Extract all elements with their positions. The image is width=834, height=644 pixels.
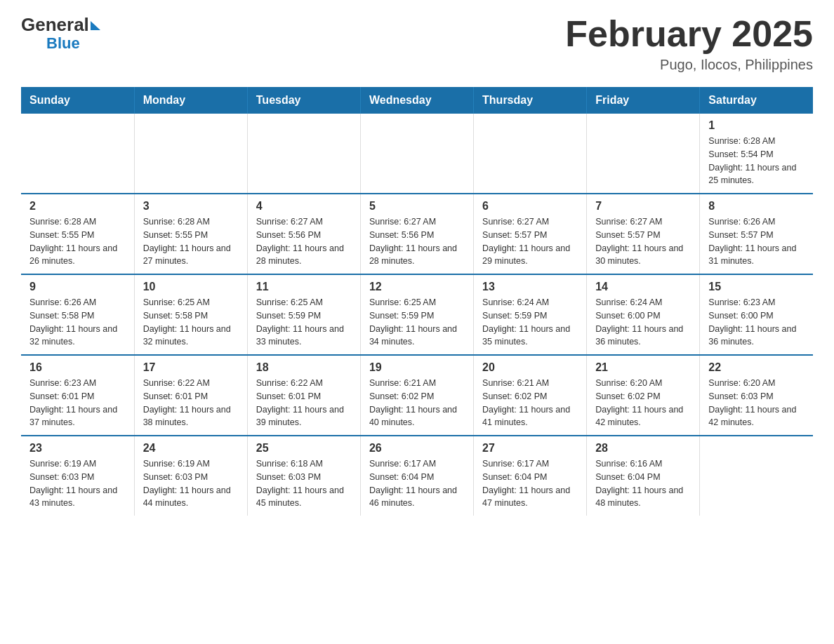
day-info: Sunrise: 6:23 AM Sunset: 6:01 PM Dayligh… [29, 377, 126, 429]
day-info: Sunrise: 6:25 AM Sunset: 5:58 PM Dayligh… [143, 296, 239, 349]
day-number: 4 [256, 200, 352, 213]
day-info: Sunrise: 6:19 AM Sunset: 6:03 PM Dayligh… [143, 457, 239, 510]
calendar-cell: 11Sunrise: 6:25 AM Sunset: 5:59 PM Dayli… [247, 274, 360, 355]
calendar-subtitle: Pugo, Ilocos, Philippines [565, 57, 813, 73]
calendar-cell: 7Sunrise: 6:27 AM Sunset: 5:57 PM Daylig… [587, 194, 700, 274]
day-number: 9 [29, 281, 126, 293]
day-info: Sunrise: 6:22 AM Sunset: 6:01 PM Dayligh… [143, 377, 239, 429]
col-sunday: Sunday [21, 87, 134, 114]
col-monday: Monday [134, 87, 247, 114]
day-info: Sunrise: 6:26 AM Sunset: 5:58 PM Dayligh… [29, 296, 126, 349]
calendar-cell: 26Sunrise: 6:17 AM Sunset: 6:04 PM Dayli… [360, 436, 473, 516]
calendar-cell [21, 114, 134, 194]
calendar-cell: 1Sunrise: 6:28 AM Sunset: 5:54 PM Daylig… [700, 114, 813, 194]
calendar-header-row: Sunday Monday Tuesday Wednesday Thursday… [21, 87, 813, 114]
day-info: Sunrise: 6:27 AM Sunset: 5:57 PM Dayligh… [595, 215, 691, 268]
logo-arrow-icon [91, 21, 100, 30]
calendar-week-row: 2Sunrise: 6:28 AM Sunset: 5:55 PM Daylig… [21, 194, 813, 274]
day-number: 2 [29, 200, 126, 213]
day-info: Sunrise: 6:21 AM Sunset: 6:02 PM Dayligh… [482, 377, 578, 429]
day-number: 13 [482, 281, 578, 293]
calendar-week-row: 9Sunrise: 6:26 AM Sunset: 5:58 PM Daylig… [21, 274, 813, 355]
day-info: Sunrise: 6:27 AM Sunset: 5:56 PM Dayligh… [369, 215, 465, 268]
calendar-cell: 6Sunrise: 6:27 AM Sunset: 5:57 PM Daylig… [474, 194, 587, 274]
calendar-cell: 4Sunrise: 6:27 AM Sunset: 5:56 PM Daylig… [247, 194, 360, 274]
day-number: 11 [256, 281, 352, 293]
calendar-cell: 24Sunrise: 6:19 AM Sunset: 6:03 PM Dayli… [134, 436, 247, 516]
day-number: 19 [369, 361, 465, 374]
day-info: Sunrise: 6:25 AM Sunset: 5:59 PM Dayligh… [369, 296, 465, 349]
day-info: Sunrise: 6:24 AM Sunset: 5:59 PM Dayligh… [482, 296, 578, 349]
day-info: Sunrise: 6:21 AM Sunset: 6:02 PM Dayligh… [369, 377, 465, 429]
col-thursday: Thursday [474, 87, 587, 114]
calendar-cell: 14Sunrise: 6:24 AM Sunset: 6:00 PM Dayli… [587, 274, 700, 355]
calendar-cell: 22Sunrise: 6:20 AM Sunset: 6:03 PM Dayli… [700, 355, 813, 436]
logo: General Blue [21, 14, 100, 53]
day-number: 22 [708, 361, 805, 374]
page-header: General Blue February 2025 Pugo, Ilocos,… [21, 14, 813, 73]
calendar-cell [134, 114, 247, 194]
day-number: 6 [482, 200, 578, 213]
calendar-table: Sunday Monday Tuesday Wednesday Thursday… [21, 87, 813, 516]
day-number: 7 [595, 200, 691, 213]
col-saturday: Saturday [700, 87, 813, 114]
day-number: 10 [143, 281, 239, 293]
day-number: 21 [595, 361, 691, 374]
calendar-cell: 27Sunrise: 6:17 AM Sunset: 6:04 PM Dayli… [474, 436, 587, 516]
day-number: 1 [708, 119, 805, 132]
col-wednesday: Wednesday [360, 87, 473, 114]
calendar-cell [700, 436, 813, 516]
calendar-cell: 10Sunrise: 6:25 AM Sunset: 5:58 PM Dayli… [134, 274, 247, 355]
calendar-cell [474, 114, 587, 194]
day-info: Sunrise: 6:28 AM Sunset: 5:55 PM Dayligh… [29, 215, 126, 268]
col-tuesday: Tuesday [247, 87, 360, 114]
calendar-cell: 3Sunrise: 6:28 AM Sunset: 5:55 PM Daylig… [134, 194, 247, 274]
day-info: Sunrise: 6:23 AM Sunset: 6:00 PM Dayligh… [708, 296, 805, 349]
day-info: Sunrise: 6:28 AM Sunset: 5:55 PM Dayligh… [143, 215, 239, 268]
calendar-cell: 17Sunrise: 6:22 AM Sunset: 6:01 PM Dayli… [134, 355, 247, 436]
calendar-cell: 20Sunrise: 6:21 AM Sunset: 6:02 PM Dayli… [474, 355, 587, 436]
calendar-cell: 12Sunrise: 6:25 AM Sunset: 5:59 PM Dayli… [360, 274, 473, 355]
day-number: 28 [595, 442, 691, 455]
day-number: 8 [708, 200, 805, 213]
day-number: 18 [256, 361, 352, 374]
day-info: Sunrise: 6:25 AM Sunset: 5:59 PM Dayligh… [256, 296, 352, 349]
calendar-cell: 19Sunrise: 6:21 AM Sunset: 6:02 PM Dayli… [360, 355, 473, 436]
calendar-cell: 23Sunrise: 6:19 AM Sunset: 6:03 PM Dayli… [21, 436, 134, 516]
calendar-cell: 28Sunrise: 6:16 AM Sunset: 6:04 PM Dayli… [587, 436, 700, 516]
col-friday: Friday [587, 87, 700, 114]
day-number: 24 [143, 442, 239, 455]
day-info: Sunrise: 6:27 AM Sunset: 5:56 PM Dayligh… [256, 215, 352, 268]
day-number: 26 [369, 442, 465, 455]
day-info: Sunrise: 6:28 AM Sunset: 5:54 PM Dayligh… [708, 135, 805, 187]
day-number: 14 [595, 281, 691, 293]
day-info: Sunrise: 6:16 AM Sunset: 6:04 PM Dayligh… [595, 457, 691, 510]
day-info: Sunrise: 6:26 AM Sunset: 5:57 PM Dayligh… [708, 215, 805, 268]
calendar-cell: 5Sunrise: 6:27 AM Sunset: 5:56 PM Daylig… [360, 194, 473, 274]
calendar-cell: 8Sunrise: 6:26 AM Sunset: 5:57 PM Daylig… [700, 194, 813, 274]
day-info: Sunrise: 6:24 AM Sunset: 6:00 PM Dayligh… [595, 296, 691, 349]
day-info: Sunrise: 6:20 AM Sunset: 6:02 PM Dayligh… [595, 377, 691, 429]
day-info: Sunrise: 6:27 AM Sunset: 5:57 PM Dayligh… [482, 215, 578, 268]
day-info: Sunrise: 6:18 AM Sunset: 6:03 PM Dayligh… [256, 457, 352, 510]
calendar-cell [247, 114, 360, 194]
day-number: 16 [29, 361, 126, 374]
day-info: Sunrise: 6:17 AM Sunset: 6:04 PM Dayligh… [482, 457, 578, 510]
day-number: 3 [143, 200, 239, 213]
day-number: 17 [143, 361, 239, 374]
calendar-cell: 15Sunrise: 6:23 AM Sunset: 6:00 PM Dayli… [700, 274, 813, 355]
calendar-cell: 13Sunrise: 6:24 AM Sunset: 5:59 PM Dayli… [474, 274, 587, 355]
calendar-cell: 16Sunrise: 6:23 AM Sunset: 6:01 PM Dayli… [21, 355, 134, 436]
title-block: February 2025 Pugo, Ilocos, Philippines [565, 14, 813, 73]
calendar-cell: 18Sunrise: 6:22 AM Sunset: 6:01 PM Dayli… [247, 355, 360, 436]
calendar-week-row: 16Sunrise: 6:23 AM Sunset: 6:01 PM Dayli… [21, 355, 813, 436]
calendar-cell: 21Sunrise: 6:20 AM Sunset: 6:02 PM Dayli… [587, 355, 700, 436]
calendar-cell: 2Sunrise: 6:28 AM Sunset: 5:55 PM Daylig… [21, 194, 134, 274]
day-info: Sunrise: 6:19 AM Sunset: 6:03 PM Dayligh… [29, 457, 126, 510]
day-info: Sunrise: 6:17 AM Sunset: 6:04 PM Dayligh… [369, 457, 465, 510]
day-number: 23 [29, 442, 126, 455]
calendar-cell: 9Sunrise: 6:26 AM Sunset: 5:58 PM Daylig… [21, 274, 134, 355]
day-number: 15 [708, 281, 805, 293]
calendar-cell: 25Sunrise: 6:18 AM Sunset: 6:03 PM Dayli… [247, 436, 360, 516]
calendar-title: February 2025 [565, 14, 813, 54]
